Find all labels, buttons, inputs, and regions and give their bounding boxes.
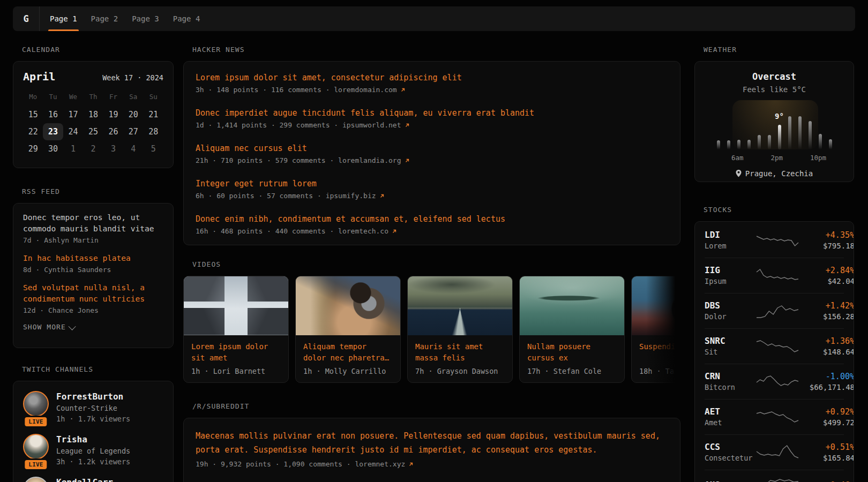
stock-row[interactable]: CCSConsectetur +0.51%$165.84 <box>705 434 844 470</box>
hn-item: Lorem ipsum dolor sit amet, consectetur … <box>196 72 668 94</box>
stock-row[interactable]: SNRCSit +1.36%$148.64 <box>705 328 844 364</box>
video-meta: 1h · Lori Barnett <box>191 367 281 375</box>
video-thumbnail[interactable] <box>184 276 288 335</box>
twitch-channel-row[interactable]: KendallCarr <box>23 477 163 482</box>
dashboard-page: G Page 1 Page 2 Page 3 Page 4 CALENDAR A… <box>0 0 868 482</box>
stocks-heading: STOCKS <box>704 206 854 214</box>
video-title[interactable]: Nullam posuere cursus ex <box>527 341 617 364</box>
hour-axis-label: 10pm <box>810 154 826 162</box>
rss-item-title[interactable]: Sed volutpat nulla nisl, a condimentum n… <box>23 282 163 305</box>
rss-show-more-button[interactable]: SHOW MORE <box>23 323 163 331</box>
rss-widget: RSS FEED Donec tempor eros leo, ut commo… <box>13 187 174 348</box>
hour-bar <box>737 140 740 149</box>
calendar-day: 24 <box>63 123 83 140</box>
hour-bar <box>809 121 812 149</box>
hour-axis-label: 2pm <box>770 154 783 162</box>
stock-change: +1.42% <box>799 300 854 312</box>
tab-page-2[interactable]: Page 2 <box>84 6 125 31</box>
stock-row[interactable]: IIGIpsum +2.84%$42.04 <box>705 258 844 293</box>
stock-symbol: LDI <box>705 229 756 241</box>
stock-symbol: AET <box>705 406 756 418</box>
map-pin-icon <box>736 170 742 177</box>
tab-page-3[interactable]: Page 3 <box>125 6 166 31</box>
hn-item-title[interactable]: Donec imperdiet augue tincidunt felis al… <box>196 108 668 118</box>
stock-change: +2.84% <box>799 265 854 276</box>
stock-change: +0.92% <box>799 406 854 418</box>
channel-name[interactable]: KendallCarr <box>56 477 113 482</box>
hn-item-title[interactable]: Donec enim nibh, condimentum et accumsan… <box>196 214 668 224</box>
stock-price: $156.28 <box>799 312 854 322</box>
weekday-label: Tu <box>43 88 63 106</box>
stock-name: Lorem <box>705 241 756 251</box>
calendar-card: April Week 17 · 2024 Mo Tu We Th Fr Sa S… <box>13 61 174 168</box>
rss-item-title[interactable]: In hac habitasse platea <box>23 253 163 264</box>
video-title[interactable]: Suspendisse diam <box>639 341 680 364</box>
calendar-day: 25 <box>83 123 103 140</box>
hour-bar <box>788 116 791 149</box>
video-title[interactable]: Aliquam tempor dolor nec pharetra… <box>303 341 393 364</box>
weekday-label: Fr <box>103 88 123 106</box>
hn-item-title[interactable]: Lorem ipsum dolor sit amet, consectetur … <box>196 72 668 83</box>
video-thumbnail[interactable] <box>296 276 400 335</box>
video-card[interactable]: Suspendisse diam 18h · Tara <box>631 276 680 383</box>
rss-item: Donec tempor eros leo, ut commodo mauris… <box>23 212 163 244</box>
video-thumbnail[interactable] <box>632 276 680 335</box>
external-link-icon <box>405 123 410 128</box>
hour-bar <box>819 134 822 149</box>
calendar-day: 4 <box>123 140 143 157</box>
video-card[interactable]: Mauris sit amet massa felis 7h · Grayson… <box>407 276 513 383</box>
stock-name: Ipsum <box>705 276 756 287</box>
top-bar: G Page 1 Page 2 Page 3 Page 4 <box>13 6 855 31</box>
hn-item-meta: 16h · 468 points · 440 comments · loremt… <box>196 227 388 235</box>
stock-symbol: CCS <box>705 441 756 453</box>
rss-item-meta: 8d · Cynthia Saunders <box>23 266 163 274</box>
calendar-day: 23 <box>43 123 63 140</box>
video-title[interactable]: Lorem ipsum dolor sit amet consectetu… <box>191 341 281 364</box>
weather-heading: WEATHER <box>704 46 854 54</box>
twitch-channel-row[interactable]: LIVE ForrestBurton Counter-Strike 1h · 1… <box>23 391 163 424</box>
hn-item-title[interactable]: Aliquam nec cursus elit <box>196 143 668 154</box>
stock-row[interactable]: CRNBitcorn -1.00%$66,171.48 <box>705 364 844 399</box>
hour-bar <box>829 139 832 149</box>
stock-row[interactable]: AETAmet +0.92%$499.72 <box>705 399 844 434</box>
stock-change: +0.51% <box>799 441 854 453</box>
weekday-label: Mo <box>23 88 43 106</box>
tab-page-1[interactable]: Page 1 <box>43 6 84 31</box>
hn-item-title[interactable]: Integer eget rutrum lorem <box>196 178 668 189</box>
external-link-icon <box>392 229 397 234</box>
calendar-week-year: Week 17 · 2024 <box>102 73 163 82</box>
calendar-day: 27 <box>123 123 143 140</box>
stock-row[interactable]: DBSDolor +1.42%$156.28 <box>705 293 844 328</box>
twitch-channel-row[interactable]: LIVE Trisha League of Legends 3h · 1.2k … <box>23 434 163 467</box>
video-card[interactable]: Aliquam tempor dolor nec pharetra… 1h · … <box>295 276 401 383</box>
calendar-day: 20 <box>123 106 143 123</box>
stock-row[interactable]: AHS +0.46% <box>705 470 844 482</box>
calendar-month: April <box>23 70 55 83</box>
twitch-widget: TWITCH CHANNELS LIVE ForrestBurton Count… <box>13 365 174 482</box>
video-title[interactable]: Mauris sit amet massa felis <box>415 341 505 364</box>
hacker-news-widget: HACKER NEWS Lorem ipsum dolor sit amet, … <box>183 46 680 245</box>
tab-page-4[interactable]: Page 4 <box>166 6 207 31</box>
calendar-day: 19 <box>103 106 123 123</box>
video-card[interactable]: Nullam posuere cursus ex 17h · Stefan Co… <box>519 276 625 383</box>
video-thumbnail[interactable] <box>408 276 512 335</box>
calendar-day: 17 <box>63 106 83 123</box>
app-logo[interactable]: G <box>13 6 40 31</box>
channel-name[interactable]: ForrestBurton <box>56 391 130 403</box>
right-column: WEATHER Overcast Feels like 5°C 9° 6am2p… <box>694 31 854 482</box>
twitch-card: LIVE ForrestBurton Counter-Strike 1h · 1… <box>13 381 174 482</box>
video-card[interactable]: Lorem ipsum dolor sit amet consectetu… 1… <box>183 276 289 383</box>
subreddit-post-title[interactable]: Maecenas mollis pulvinar erat non posuer… <box>196 429 668 457</box>
hn-item: Integer eget rutrum lorem 6h · 60 points… <box>196 178 668 200</box>
channel-name[interactable]: Trisha <box>56 434 130 446</box>
rss-item-title[interactable]: Donec tempor eros leo, ut commodo mauris… <box>23 212 163 235</box>
subreddit-card: Maecenas mollis pulvinar erat non posuer… <box>183 418 680 482</box>
video-thumbnail[interactable] <box>520 276 624 335</box>
stock-sparkline <box>756 267 799 284</box>
stock-row[interactable]: LDILorem +4.35%$795.18 <box>705 223 844 258</box>
calendar-day: 15 <box>23 106 43 123</box>
stock-symbol: SNRC <box>705 335 756 347</box>
rss-item: In hac habitasse platea 8d · Cynthia Sau… <box>23 253 163 274</box>
stocks-card: LDILorem +4.35%$795.18 IIGIpsum +2.84%$4… <box>694 221 854 482</box>
calendar-day: 28 <box>144 123 163 140</box>
